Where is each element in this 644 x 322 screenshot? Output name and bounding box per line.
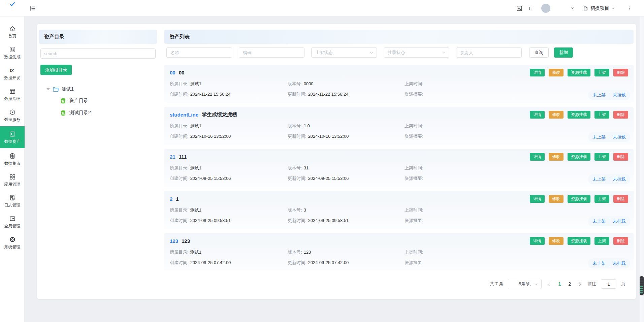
sidebar-collapse-icon[interactable] xyxy=(29,5,36,12)
delete-button[interactable]: 删除 xyxy=(613,237,628,245)
directory-value: 测试1 xyxy=(190,165,201,170)
created-label: 创建时间: xyxy=(170,92,189,97)
detail-button[interactable]: 详情 xyxy=(530,69,545,76)
page-number[interactable]: 1 xyxy=(557,281,561,287)
add-asset-button[interactable]: 新增 xyxy=(554,47,573,58)
goto-page-input[interactable] xyxy=(601,279,616,289)
more-menu-icon[interactable] xyxy=(623,3,635,14)
tree-node-child[interactable]: ¥ 资产目录 xyxy=(39,95,157,107)
asset-code-link[interactable]: 123 xyxy=(170,238,178,244)
modify-button[interactable]: 修改 xyxy=(549,195,564,203)
badge-divider xyxy=(609,177,609,182)
font-size-icon[interactable]: T T xyxy=(525,3,537,14)
asset-card: 123 123 详情 修改 资源挂载 上架 删除 所属目录:测试1 xyxy=(164,233,634,271)
not-shelved-badge[interactable]: 未上架 xyxy=(592,260,606,266)
scrollbar-thumb[interactable] xyxy=(640,276,644,295)
catalog-search-input[interactable] xyxy=(40,49,156,59)
modify-button[interactable]: 修改 xyxy=(549,237,564,245)
page-number[interactable]: 2 xyxy=(568,281,572,287)
modify-button[interactable]: 修改 xyxy=(549,111,564,119)
sidebar-item-system-management[interactable]: 系统管理 xyxy=(0,233,25,253)
version-value: 123 xyxy=(304,250,311,255)
directory-label: 所属目录: xyxy=(170,81,189,86)
sidebar-item-app-management[interactable]: 应用管理 xyxy=(0,170,25,190)
resource-mount-button[interactable]: 资源挂载 xyxy=(568,111,590,119)
shelf-button[interactable]: 上架 xyxy=(594,153,609,161)
asset-code-link[interactable]: 00 xyxy=(170,70,175,75)
not-mounted-badge[interactable]: 未挂载 xyxy=(613,92,626,98)
sidebar-item-home[interactable]: 首页 xyxy=(0,22,25,42)
modify-button[interactable]: 修改 xyxy=(549,153,564,161)
resource-mount-button[interactable]: 资源挂载 xyxy=(568,69,590,76)
tree-node-child[interactable]: ¥ 测试目录2 xyxy=(39,107,157,119)
not-mounted-badge[interactable]: 未挂载 xyxy=(613,218,626,224)
not-mounted-badge[interactable]: 未挂载 xyxy=(613,134,626,140)
resource-mount-button[interactable]: 资源挂载 xyxy=(568,237,590,245)
tree-node-label: 资产目录 xyxy=(69,98,88,104)
svg-text:¥: ¥ xyxy=(11,110,13,114)
not-shelved-badge[interactable]: 未上架 xyxy=(592,92,606,98)
tree-node-root[interactable]: 测试1 xyxy=(39,84,157,95)
resource-mount-button[interactable]: 资源挂载 xyxy=(568,153,590,161)
shelf-button[interactable]: 上架 xyxy=(594,195,609,203)
sidebar-item-data-service[interactable]: ¥ 数据服务 xyxy=(0,105,25,125)
tree-children: ¥ 资产目录 ¥ 测试目录2 xyxy=(39,95,157,119)
resource-mount-button[interactable]: 资源挂载 xyxy=(568,195,590,203)
summary-label: 资源摘要: xyxy=(405,92,423,97)
shelf-status-select[interactable]: 上架状态 xyxy=(311,47,377,58)
asset-details: 所属目录:测试1 版本号:3 上架时间: 创建时间:2024-09-25 09:… xyxy=(170,207,628,224)
chevron-down-icon[interactable] xyxy=(567,3,578,14)
status-badge: 未上架 未挂载 xyxy=(588,174,630,184)
asset-code-link[interactable]: 21 xyxy=(170,154,175,160)
owner-filter-input[interactable] xyxy=(456,47,522,58)
not-mounted-badge[interactable]: 未挂载 xyxy=(613,260,626,266)
sidebar-item-global-management[interactable]: 全局管理 xyxy=(0,212,25,232)
updated-label: 更新时间: xyxy=(288,92,307,97)
asset-code-link[interactable]: 2 xyxy=(170,196,172,202)
sidebar-item-data-development[interactable]: fx 数据开发 xyxy=(0,64,25,84)
sidebar-item-data-integration[interactable]: 数据集成 xyxy=(0,43,25,63)
pager: 12 xyxy=(547,281,582,287)
add-root-directory-button[interactable]: 添加根目录 xyxy=(40,65,72,75)
prev-page-icon[interactable] xyxy=(547,282,551,286)
next-page-icon[interactable] xyxy=(578,282,582,286)
shelf-button[interactable]: 上架 xyxy=(594,237,609,245)
status-badge: 未上架 未挂载 xyxy=(588,90,630,100)
sidebar-item-data-governance[interactable]: 数据治理 xyxy=(0,85,25,104)
detail-button[interactable]: 详情 xyxy=(530,237,545,245)
caret-down-icon[interactable] xyxy=(46,88,50,90)
not-shelved-badge[interactable]: 未上架 xyxy=(592,176,606,182)
name-filter-input[interactable] xyxy=(166,47,232,58)
modify-button[interactable]: 修改 xyxy=(549,69,564,76)
delete-button[interactable]: 删除 xyxy=(613,195,628,203)
page-size-select[interactable]: 5条/页 xyxy=(508,279,542,289)
switch-project-button[interactable]: 切换项目 xyxy=(583,5,615,11)
delete-button[interactable]: 删除 xyxy=(613,111,628,119)
mount-status-select[interactable]: 挂载状态 xyxy=(384,47,449,58)
delete-button[interactable]: 删除 xyxy=(613,69,628,76)
shelf-button[interactable]: 上架 xyxy=(594,69,609,76)
asset-code-link[interactable]: studentLine xyxy=(170,112,198,118)
shelf-button[interactable]: 上架 xyxy=(594,111,609,119)
scrollbar-track[interactable] xyxy=(640,17,644,322)
query-button[interactable]: 查询 xyxy=(529,47,549,58)
svg-text:fx: fx xyxy=(10,68,14,73)
created-label: 创建时间: xyxy=(170,260,189,265)
chevron-down-icon xyxy=(534,282,538,286)
code-filter-input[interactable] xyxy=(239,47,304,58)
detail-button[interactable]: 详情 xyxy=(530,153,545,161)
sidebar-item-data-mart[interactable]: 数据集市 xyxy=(0,149,25,169)
sidebar-item-log-management[interactable]: 日志管理 xyxy=(0,191,25,211)
image-text-icon[interactable]: A xyxy=(514,3,525,14)
status-badge: 未上架 未挂载 xyxy=(588,216,630,226)
delete-button[interactable]: 删除 xyxy=(613,153,628,161)
detail-button[interactable]: 详情 xyxy=(530,195,545,203)
not-shelved-badge[interactable]: 未上架 xyxy=(592,218,606,224)
avatar[interactable] xyxy=(541,4,550,13)
detail-button[interactable]: 详情 xyxy=(530,111,545,119)
directory-label: 所属目录: xyxy=(170,165,189,170)
not-shelved-badge[interactable]: 未上架 xyxy=(592,134,606,140)
version-value: 31 xyxy=(304,165,309,170)
not-mounted-badge[interactable]: 未挂载 xyxy=(613,176,626,182)
sidebar-item-data-asset[interactable]: 数据资产 xyxy=(0,126,25,148)
